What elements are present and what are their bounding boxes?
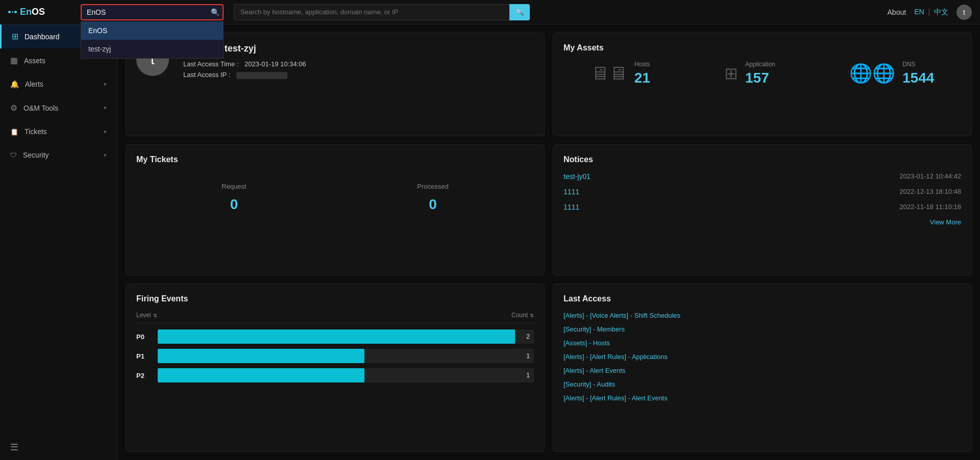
- main-layout: Dashboard Assets Alerts ▾ O&M Tools ▾ Ti…: [0, 24, 980, 460]
- access-link-0[interactable]: [Alerts] - [Voice Alerts] - Shift Schedu…: [564, 312, 961, 319]
- user-avatar[interactable]: t: [957, 5, 972, 20]
- notice-link-0[interactable]: test-jy01: [564, 172, 591, 181]
- notices-card: Notices test-jy01 2023-01-12 10:44:42 11…: [553, 144, 972, 276]
- logo-dot-3: [14, 11, 17, 13]
- sidebar-item-tickets[interactable]: Tickets ▾: [0, 120, 117, 143]
- dns-label: DNS: [902, 61, 934, 68]
- notice-time-1: 2022-12-13 18:10:48: [899, 188, 961, 195]
- logo-en: En: [20, 7, 32, 17]
- firing-bar-p1: 1: [158, 349, 534, 363]
- language-switcher[interactable]: EN | 中文: [914, 8, 948, 17]
- sidebar-label-oam: O&M Tools: [23, 104, 58, 112]
- assets-icon: [10, 56, 18, 65]
- access-link-4[interactable]: [Alerts] - Alert Events: [564, 367, 961, 374]
- firing-count-p0: 2: [526, 333, 530, 340]
- sidebar-item-alerts[interactable]: Alerts ▾: [0, 72, 117, 96]
- dns-info: DNS 1544: [902, 61, 934, 86]
- search-dropdown: EnOS test-zyj: [81, 21, 224, 59]
- firing-events-header: Level ⇅ Count ⇅: [136, 312, 534, 323]
- dropdown-item-enos[interactable]: EnOS: [81, 21, 223, 40]
- logo-dot-1: [8, 11, 11, 13]
- welcome-name: Welcome, test-zyj: [179, 43, 534, 54]
- main-search-button[interactable]: 🔍: [509, 4, 530, 20]
- lang-divider: |: [928, 8, 932, 16]
- dropdown-item-testzyj[interactable]: test-zyj: [81, 40, 223, 58]
- notices-title: Notices: [564, 155, 961, 164]
- access-link-2[interactable]: [Assets] - Hosts: [564, 339, 961, 347]
- firing-level-p0: P0: [136, 333, 152, 341]
- notice-row-2: 1111 2022-11-18 11:10:18: [564, 203, 961, 211]
- logo-dot-2: [12, 11, 13, 13]
- tickets-processed: Processed 0: [417, 183, 448, 213]
- assets-application: ⊞ Application 157: [724, 61, 775, 86]
- logo-os: OS: [32, 7, 45, 17]
- my-tickets-card: My Tickets Request 0 Processed 0: [126, 144, 545, 276]
- dashboard-icon: [12, 32, 18, 41]
- lang-zh[interactable]: 中文: [934, 8, 948, 16]
- firing-bar-p0: 2: [158, 329, 534, 344]
- tickets-processed-value: 0: [417, 196, 448, 213]
- notice-link-1[interactable]: 1111: [564, 188, 579, 196]
- sidebar-item-security[interactable]: Security ▾: [0, 143, 117, 167]
- level-col-header: Level ⇅: [136, 312, 157, 319]
- main-search-input[interactable]: [234, 4, 509, 20]
- top-search-input[interactable]: [81, 4, 224, 20]
- main-search-icon: 🔍: [516, 8, 524, 16]
- sidebar-item-oam[interactable]: O&M Tools ▾: [0, 96, 117, 120]
- notice-row-0: test-jy01 2023-01-12 10:44:42: [564, 172, 961, 181]
- security-icon: [10, 150, 17, 160]
- last-access-time-row: Last Access Time : 2023-01-19 10:34:06: [179, 60, 534, 68]
- notice-link-2[interactable]: 1111: [564, 203, 579, 211]
- lang-en[interactable]: EN: [914, 8, 924, 16]
- assets-dns: 🌐 DNS 1544: [849, 61, 934, 86]
- my-assets-card: My Assets 🖥 Hosts 21 ⊞ Application 157: [553, 33, 972, 136]
- hosts-info: Hosts 21: [634, 61, 650, 86]
- hosts-value: 21: [634, 70, 650, 86]
- notice-time-2: 2022-11-18 11:10:18: [899, 203, 961, 211]
- main-content: t Welcome, test-zyj Last Access Time : 2…: [117, 24, 980, 460]
- tickets-request-value: 0: [222, 196, 246, 213]
- access-link-6[interactable]: [Alerts] - [Alert Rules] - Alert Events: [564, 394, 961, 402]
- firing-row-p1: P1 1: [136, 349, 534, 363]
- about-link[interactable]: About: [888, 8, 906, 16]
- logo-icon: [8, 11, 17, 13]
- application-info: Application 157: [745, 61, 775, 86]
- level-sort-icon[interactable]: ⇅: [153, 313, 157, 318]
- my-assets-title: My Assets: [564, 43, 961, 53]
- firing-bar-fill-p2: [158, 368, 364, 382]
- last-access-ip-row: Last Access IP :: [179, 71, 534, 79]
- firing-bar-p2: 1: [158, 368, 534, 382]
- application-value: 157: [745, 70, 775, 86]
- security-chevron-icon: ▾: [104, 152, 107, 159]
- welcome-info: Welcome, test-zyj Last Access Time : 202…: [179, 43, 534, 82]
- access-link-1[interactable]: [Security] - Members: [564, 325, 961, 333]
- notice-row-1: 1111 2022-12-13 18:10:48: [564, 188, 961, 196]
- count-col-header: Count ⇅: [511, 312, 534, 319]
- view-more-button[interactable]: View More: [564, 218, 961, 226]
- sidebar-label-tickets: Tickets: [24, 127, 47, 136]
- sidebar-bottom-menu[interactable]: [0, 435, 117, 460]
- sidebar-label-assets: Assets: [24, 57, 45, 65]
- last-access-time-value: 2023-01-19 10:34:06: [244, 60, 306, 68]
- last-access-time-label: Last Access Time :: [183, 60, 238, 68]
- access-link-3[interactable]: [Alerts] - [Alert Rules] - Applications: [564, 353, 961, 361]
- count-sort-icon[interactable]: ⇅: [530, 313, 534, 318]
- firing-bar-fill-p1: [158, 349, 364, 363]
- firing-count-p1: 1: [526, 352, 530, 360]
- nav-right: About EN | 中文 t: [888, 5, 972, 20]
- oam-icon: [10, 103, 17, 113]
- sidebar: Dashboard Assets Alerts ▾ O&M Tools ▾ Ti…: [0, 24, 117, 460]
- alerts-chevron-icon: ▾: [104, 81, 107, 88]
- sidebar-label-alerts: Alerts: [25, 80, 43, 88]
- assets-hosts: 🖥 Hosts 21: [591, 61, 650, 86]
- firing-row-p0: P0 2: [136, 329, 534, 344]
- tickets-chevron-icon: ▾: [104, 129, 107, 135]
- access-link-5[interactable]: [Security] - Audits: [564, 380, 961, 388]
- dns-icon: 🌐: [849, 63, 895, 84]
- tickets-grid: Request 0 Processed 0: [136, 172, 534, 223]
- sidebar-label-security: Security: [23, 151, 49, 159]
- last-access-ip-label: Last Access IP :: [183, 71, 230, 79]
- firing-count-p2: 1: [526, 372, 530, 379]
- sidebar-label-dashboard: Dashboard: [24, 33, 60, 41]
- firing-events-title: Firing Events: [136, 294, 534, 303]
